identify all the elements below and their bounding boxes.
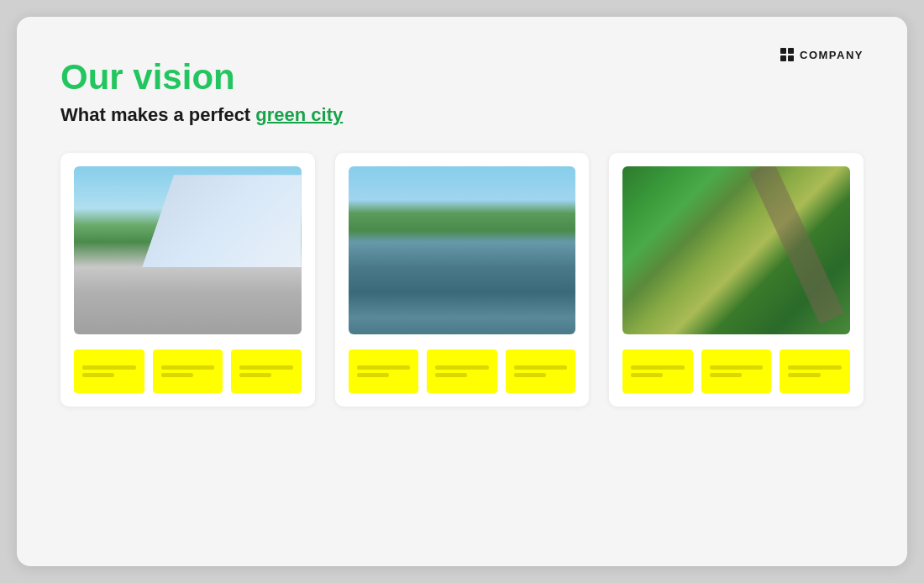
tag-line — [239, 365, 293, 370]
slide: COMPANY Our vision What makes a perfect … — [17, 17, 907, 566]
tag-1-3 — [231, 349, 302, 393]
svg-rect-0 — [780, 48, 786, 54]
card-2-image — [349, 166, 576, 334]
tag-line — [435, 373, 467, 377]
tag-line — [357, 365, 411, 370]
tag-line — [631, 365, 685, 370]
card-2 — [335, 153, 590, 407]
tag-line — [82, 365, 136, 370]
tag-line — [161, 373, 193, 377]
tag-line — [239, 373, 271, 377]
cards-row — [60, 153, 864, 407]
page-title: Our vision — [60, 57, 864, 97]
tag-2-2 — [427, 349, 497, 393]
tag-1-2 — [153, 349, 223, 393]
tag-2-3 — [506, 349, 576, 393]
card-3-image — [622, 166, 850, 334]
logo-icon — [780, 47, 795, 62]
tag-2-1 — [349, 349, 419, 393]
tag-line — [357, 373, 389, 377]
card-1-image — [74, 166, 302, 334]
card-1 — [60, 153, 315, 407]
subtitle: What makes a perfect green city — [60, 104, 864, 126]
tag-line — [435, 365, 489, 370]
svg-rect-2 — [780, 55, 786, 61]
tag-line — [710, 373, 742, 377]
tag-line — [514, 365, 568, 370]
logo-text: COMPANY — [800, 49, 864, 61]
logo: COMPANY — [780, 47, 864, 62]
tag-line — [710, 365, 764, 370]
card-3-tags — [622, 349, 850, 393]
header: Our vision What makes a perfect green ci… — [60, 57, 864, 126]
svg-rect-3 — [788, 55, 794, 61]
tag-line — [514, 373, 546, 377]
card-2-tags — [349, 349, 576, 393]
tag-3-1 — [622, 349, 693, 393]
subtitle-highlight: green city — [255, 104, 343, 125]
tag-line — [631, 373, 663, 377]
tag-line — [788, 365, 842, 370]
card-3 — [609, 153, 864, 407]
svg-rect-1 — [788, 48, 794, 54]
tag-3-2 — [701, 349, 772, 393]
tag-1-1 — [74, 349, 144, 393]
tag-line — [788, 373, 820, 377]
tag-3-3 — [780, 349, 850, 393]
tag-line — [82, 373, 114, 377]
subtitle-plain: What makes a perfect — [60, 104, 255, 125]
tag-line — [161, 365, 215, 370]
card-1-tags — [74, 349, 302, 393]
